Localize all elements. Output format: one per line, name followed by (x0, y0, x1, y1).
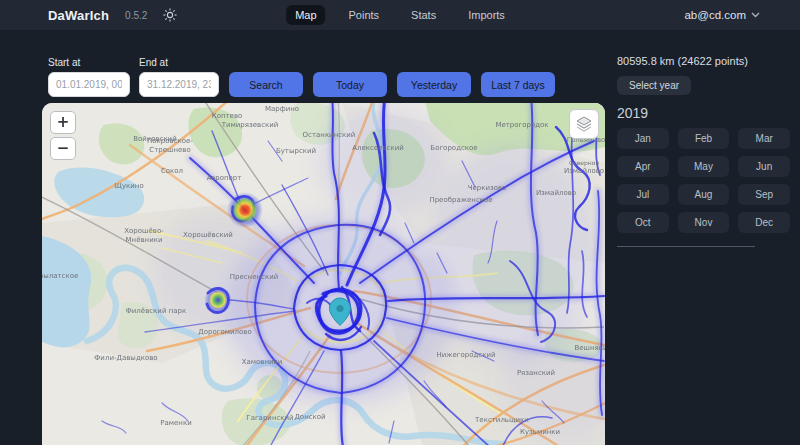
map-label: Сокол (161, 167, 183, 175)
last-7-days-button[interactable]: Last 7 days (481, 72, 555, 97)
sidebar-divider (617, 246, 755, 247)
month-button-aug[interactable]: Aug (678, 184, 730, 205)
map-label: Нижегородский (436, 351, 495, 359)
map-label: Преображенское (429, 196, 492, 204)
start-at-input[interactable] (48, 72, 130, 97)
map-label: Пресненский (230, 273, 279, 281)
month-button-feb[interactable]: Feb (678, 128, 730, 149)
map-label: Щукино (114, 182, 143, 190)
month-grid: Jan Feb Mar Apr May Jun Jul Aug Sep Oct … (617, 128, 790, 233)
nav-tab-stats[interactable]: Stats (402, 5, 445, 25)
zoom-in-button[interactable]: + (50, 111, 76, 134)
map-label: Донской (294, 413, 325, 421)
year-heading: 2019 (617, 105, 790, 121)
layers-icon (574, 114, 594, 134)
search-button[interactable]: Search (229, 72, 303, 97)
month-button-jun[interactable]: Jun (738, 156, 790, 177)
distance-summary: 80595.8 km (24622 points) (617, 55, 790, 67)
map-label: Войковский (133, 135, 176, 143)
map-label: Хорошёвский (183, 231, 233, 239)
zoom-out-button[interactable]: − (50, 137, 76, 160)
map-label: Кузьминки (520, 428, 560, 436)
map-label: Вешняки (574, 344, 605, 352)
theme-toggle-button[interactable] (163, 8, 177, 22)
map-label: Рязанский (517, 369, 555, 377)
map-label: Богородское (430, 144, 477, 152)
start-at-field: Start at (48, 57, 130, 97)
app-brand: DaWarIch (48, 8, 109, 23)
month-button-mar[interactable]: Mar (738, 128, 790, 149)
end-at-label: End at (139, 57, 219, 68)
month-button-jan[interactable]: Jan (617, 128, 669, 149)
map-label: Останкинский (303, 131, 356, 139)
month-button-may[interactable]: May (678, 156, 730, 177)
map-zoom-control: + − (50, 111, 76, 160)
map-label: Измайлово (564, 167, 604, 175)
topbar: DaWarIch 0.5.2 Map Points Stats Imports … (0, 0, 800, 30)
map-label: Крылатское (42, 272, 78, 280)
month-button-dec[interactable]: Dec (738, 212, 790, 233)
end-at-field: End at (139, 57, 219, 97)
user-email: ab@cd.com (684, 9, 746, 21)
month-button-nov[interactable]: Nov (678, 212, 730, 233)
user-menu[interactable]: ab@cd.com (684, 9, 760, 21)
heatmap-spot-west (204, 286, 232, 314)
map-label: Стрешнево (149, 146, 190, 154)
map-label: Аэропорт (207, 174, 242, 182)
app-version: 0.5.2 (125, 10, 147, 21)
map-label: Марфино (265, 105, 299, 113)
layers-control-button[interactable] (569, 109, 599, 139)
chevron-down-icon (751, 12, 760, 18)
map-label: Мнёвники (126, 236, 163, 244)
map-label: Измайлово (536, 189, 576, 197)
map-label: Алексеевский (352, 144, 404, 152)
month-button-sep[interactable]: Sep (738, 184, 790, 205)
map-label: Хорошёво- (124, 227, 164, 235)
right-sidebar: 80595.8 km (24622 points) Select year 20… (617, 55, 790, 247)
nav-tab-imports[interactable]: Imports (459, 5, 514, 25)
main-nav: Map Points Stats Imports (286, 0, 514, 30)
today-button[interactable]: Today (313, 72, 387, 97)
map-label: Текстильщики (474, 416, 529, 424)
sun-icon (163, 8, 177, 22)
month-button-oct[interactable]: Oct (617, 212, 669, 233)
map-label: Хамовники (242, 358, 283, 366)
end-at-input[interactable] (139, 72, 219, 97)
map-canvas: Покровское-СтрешневоКоптевоТимирязевский… (42, 103, 605, 445)
filter-bar: Start at End at Search Today Yesterday L… (48, 57, 555, 97)
nav-tab-points[interactable]: Points (340, 5, 389, 25)
map-label: Тимирязевский (221, 121, 279, 129)
select-year-button[interactable]: Select year (617, 76, 691, 95)
map[interactable]: + − (42, 103, 605, 445)
map-label: Коптево (212, 112, 243, 120)
heatmap-spot-north (227, 192, 263, 228)
month-button-jul[interactable]: Jul (617, 184, 669, 205)
map-label: Фили-Давыдково (94, 354, 157, 362)
map-label: Бутырский (276, 147, 316, 155)
month-button-apr[interactable]: Apr (617, 156, 669, 177)
map-label: Черкизово (468, 184, 507, 192)
map-label: Гагаринский (246, 414, 293, 422)
yesterday-button[interactable]: Yesterday (397, 72, 471, 97)
map-label: Северное (569, 159, 600, 167)
map-label: Дорогомилово (198, 328, 251, 336)
map-label: Метрогородок (495, 121, 548, 129)
map-label: Филёвский парк (126, 307, 186, 315)
start-at-label: Start at (48, 57, 130, 68)
map-label: Раменки (160, 419, 191, 427)
nav-tab-map[interactable]: Map (286, 5, 325, 25)
